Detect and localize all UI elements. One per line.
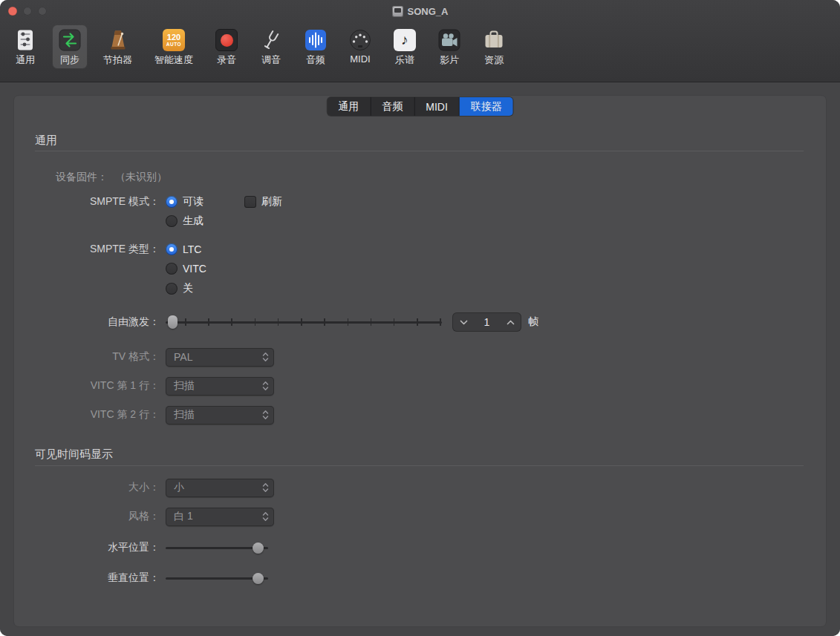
- freewheel-stepper[interactable]: 1: [452, 312, 521, 332]
- toolbar-label: 录音: [217, 53, 236, 67]
- toolbar-item-tuning[interactable]: 调音: [253, 24, 289, 69]
- vertical-position-label: 垂直位置：: [0, 571, 160, 585]
- row-smpte-mode-2: 生成: [0, 212, 204, 231]
- toolbar-item-general[interactable]: 通用: [7, 24, 43, 69]
- toolbar-item-score[interactable]: ♪ 乐谱: [387, 24, 423, 69]
- row-tv-format: TV 格式： PAL: [0, 347, 274, 367]
- close-button[interactable]: [8, 7, 17, 16]
- toolbar-label: 节拍器: [103, 53, 132, 67]
- slider-ticks: [185, 318, 441, 326]
- toolbar-label: 乐谱: [395, 53, 414, 67]
- vitc-line2-label: VITC 第 2 行：: [0, 408, 160, 422]
- toolbar-item-sync[interactable]: 同步: [52, 24, 88, 69]
- section-title-general: 通用: [35, 134, 57, 148]
- vitc-line2-popup[interactable]: 扫描: [166, 406, 274, 424]
- tuning-fork-icon: [260, 28, 282, 52]
- row-smpte-type-2: VITC: [0, 259, 206, 278]
- popup-chevrons-icon: [262, 352, 269, 362]
- toolbar-item-metronome[interactable]: 节拍器: [97, 24, 139, 69]
- audio-waveform-icon: [305, 28, 327, 52]
- vitc-line1-label: VITC 第 1 行：: [0, 379, 160, 393]
- checkbox-label: 刷新: [261, 195, 282, 209]
- row-device-firmware: 设备固件： （未识别）: [56, 170, 167, 185]
- general-icon: [14, 28, 36, 52]
- content-area: 通用 音频 MIDI 联接器 通用 设备固件： （未识别） SMPTE 模式： …: [0, 82, 840, 636]
- horizontal-position-label: 水平位置：: [0, 541, 160, 554]
- toolbar: 通用 同步 节拍器 120AUTO 智能速度: [0, 22, 840, 69]
- metronome-icon: [107, 28, 129, 52]
- toolbar-label: 调音: [261, 53, 281, 67]
- smart-tempo-icon: 120AUTO: [163, 28, 185, 52]
- toolbar-item-movie[interactable]: 影片: [432, 24, 467, 69]
- freewheel-slider[interactable]: [166, 315, 442, 330]
- toolbar-item-audio[interactable]: 音频: [298, 24, 333, 69]
- record-icon: [215, 28, 238, 52]
- tab-connector[interactable]: 联接器: [460, 97, 513, 116]
- tempo-mode: AUTO: [166, 42, 181, 47]
- popup-chevrons-icon: [262, 410, 269, 420]
- radio-smpte-type-ltc[interactable]: [166, 243, 178, 255]
- popup-chevrons-icon: [262, 381, 269, 391]
- slider-thumb[interactable]: [168, 315, 178, 329]
- toolbar-label: 影片: [440, 53, 459, 67]
- sync-icon: [59, 28, 81, 52]
- window-title: SONG_A: [408, 6, 449, 17]
- freewheel-value: 1: [475, 316, 499, 328]
- slider-thumb[interactable]: [253, 542, 264, 554]
- tv-format-popup[interactable]: PAL: [166, 348, 274, 367]
- vitc-line1-popup[interactable]: 扫描: [166, 377, 274, 396]
- stepper-decrement-button[interactable]: [452, 312, 475, 332]
- radio-smpte-type-off[interactable]: [166, 283, 178, 295]
- tempo-value: 120: [167, 33, 180, 42]
- tab-general[interactable]: 通用: [327, 97, 371, 116]
- radio-smpte-mode-generate[interactable]: [166, 215, 178, 227]
- traffic-lights: [8, 0, 47, 22]
- toolbar-label: 资源: [484, 53, 504, 67]
- row-horizontal-position: 水平位置：: [0, 538, 268, 557]
- toolbar-item-smart-tempo[interactable]: 120AUTO 智能速度: [148, 24, 200, 69]
- section-divider: [35, 151, 804, 151]
- radio-smpte-mode-readable[interactable]: [166, 196, 178, 208]
- row-smpte-type: SMPTE 类型： LTC: [0, 240, 201, 259]
- toolbar-label: 智能速度: [154, 53, 193, 67]
- popup-value: 白 1: [174, 510, 262, 523]
- smpte-mode-label: SMPTE 模式：: [0, 195, 160, 209]
- tab-audio[interactable]: 音频: [371, 97, 414, 116]
- horizontal-position-slider[interactable]: [166, 542, 268, 554]
- popup-value: 小: [174, 481, 262, 494]
- tabbar: 通用 音频 MIDI 联接器: [327, 97, 513, 116]
- radio-label: 可读: [183, 195, 204, 209]
- toolbar-item-assets[interactable]: 资源: [476, 24, 512, 69]
- toolbar-item-midi[interactable]: MIDI: [342, 24, 378, 67]
- row-freewheel: 自由激发： 1 帧: [0, 312, 538, 332]
- window-header: SONG_A 通用 同步 节拍器: [0, 0, 840, 82]
- toolbar-item-recording[interactable]: 录音: [209, 24, 244, 69]
- style-popup[interactable]: 白 1: [166, 508, 274, 526]
- vertical-position-slider[interactable]: [166, 572, 268, 584]
- device-firmware-value: （未识别）: [115, 171, 167, 184]
- toolbar-label: 音频: [306, 53, 325, 67]
- tab-midi[interactable]: MIDI: [414, 97, 460, 116]
- radio-label: 关: [183, 282, 193, 295]
- stepper-increment-button[interactable]: [499, 312, 521, 332]
- zoom-button[interactable]: [38, 7, 47, 16]
- size-popup[interactable]: 小: [166, 479, 274, 497]
- row-size: 大小： 小: [0, 478, 274, 497]
- radio-smpte-type-vitc[interactable]: [166, 263, 178, 275]
- freewheel-unit: 帧: [528, 315, 538, 329]
- score-icon: ♪: [394, 28, 416, 52]
- smpte-type-label: SMPTE 类型：: [0, 243, 160, 256]
- size-label: 大小：: [0, 481, 160, 494]
- row-style: 风格： 白 1: [0, 507, 274, 526]
- row-vitc-line1: VITC 第 1 行： 扫描: [0, 376, 274, 396]
- toolbar-label: 同步: [60, 53, 79, 67]
- titlebar: SONG_A: [0, 0, 840, 22]
- radio-label: LTC: [183, 243, 201, 255]
- toolbar-label: MIDI: [350, 53, 370, 65]
- refresh-checkbox[interactable]: [244, 196, 256, 208]
- minimize-button[interactable]: [23, 7, 32, 16]
- radio-label: 生成: [183, 214, 204, 228]
- slider-thumb[interactable]: [253, 573, 264, 584]
- device-firmware-label: 设备固件：: [56, 171, 108, 184]
- radio-label: VITC: [183, 263, 206, 275]
